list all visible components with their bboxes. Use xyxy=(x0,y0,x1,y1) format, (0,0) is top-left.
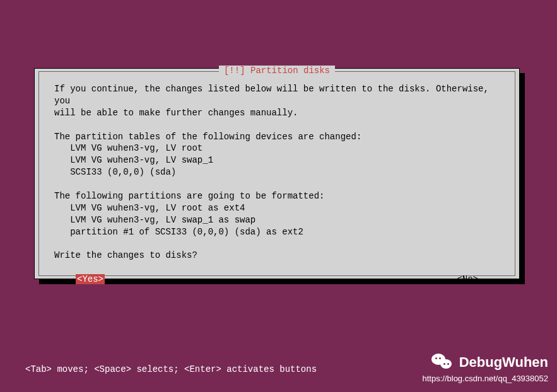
dialog-border: [!!] Partition disks If you continue, th… xyxy=(38,71,515,276)
dialog-body-text: If you continue, the changes listed belo… xyxy=(39,72,515,269)
title-text: Partition disks xyxy=(250,66,330,76)
dialog-title: [!!] Partition disks xyxy=(219,66,335,76)
dialog-title-container: [!!] Partition disks xyxy=(39,66,515,76)
help-bar: <Tab> moves; <Space> selects; <Enter> ac… xyxy=(25,364,317,374)
button-row: <Yes> <No> xyxy=(39,269,515,284)
title-warning-icon: [!!] xyxy=(224,66,245,76)
watermark-top: DebugWuhen xyxy=(423,352,549,372)
no-button[interactable]: <No> xyxy=(457,274,478,284)
watermark-name: DebugWuhen xyxy=(459,354,548,371)
watermark: DebugWuhen https://blog.csdn.net/qq_4393… xyxy=(423,352,549,383)
watermark-url: https://blog.csdn.net/qq_43938052 xyxy=(423,374,549,383)
wechat-icon xyxy=(431,352,454,372)
partition-dialog: [!!] Partition disks If you continue, th… xyxy=(34,68,520,279)
yes-button[interactable]: <Yes> xyxy=(76,274,105,284)
